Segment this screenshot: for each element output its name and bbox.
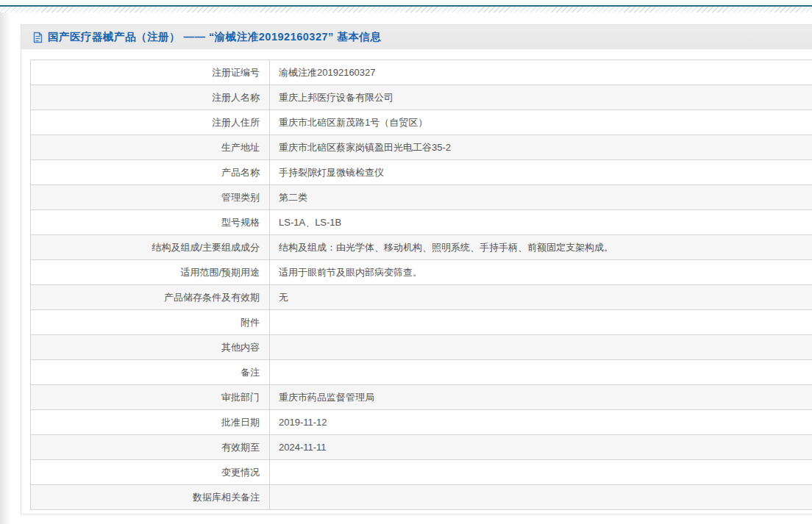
row-value: 2024-11-11 (270, 435, 812, 460)
table-row: 附件 (31, 310, 812, 335)
row-value (270, 460, 812, 485)
table-row: 管理类别 第二类 (31, 185, 812, 210)
table-row: 变更情况 (31, 460, 812, 485)
row-value: 重庆市药品监督管理局 (270, 385, 812, 410)
row-value (270, 360, 812, 385)
row-label: 结构及组成/主要组成成分 (31, 235, 270, 260)
row-label: 适用范围/预期用途 (31, 260, 270, 285)
row-label: 其他内容 (31, 335, 270, 360)
table-row: 产品名称 手持裂隙灯显微镜检查仪 (31, 160, 812, 185)
row-value: 结构及组成：由光学体、移动机构、照明系统、手持手柄、前额固定支架构成。 (270, 235, 812, 260)
row-value: 重庆市北碚区新茂路1号（自贸区） (270, 110, 812, 135)
table-row: 备注 (31, 360, 812, 385)
table-row: 审批部门 重庆市药品监督管理局 (31, 385, 812, 410)
row-label: 注册证编号 (31, 60, 270, 85)
row-label: 附件 (31, 310, 270, 335)
row-label: 注册人住所 (31, 110, 270, 135)
hatch-pattern-strip (0, 7, 812, 12)
row-label: 批准日期 (31, 410, 270, 435)
row-value (270, 335, 812, 360)
table-row: 产品储存条件及有效期 无 (31, 285, 812, 310)
registration-info-table: 注册证编号 渝械注准20192160327 注册人名称 重庆上邦医疗设备有限公司… (30, 60, 812, 510)
row-label: 产品储存条件及有效期 (31, 285, 270, 310)
row-label: 生产地址 (31, 135, 270, 160)
row-value: 2019-11-12 (270, 410, 812, 435)
row-value: 渝械注准20192160327 (270, 60, 812, 85)
table-row: 注册人住所 重庆市北碚区新茂路1号（自贸区） (31, 110, 812, 135)
row-value (270, 485, 812, 510)
row-label: 型号规格 (31, 210, 270, 235)
table-row: 注册证编号 渝械注准20192160327 (31, 60, 812, 85)
table-row: 数据库相关备注 (31, 485, 812, 510)
document-icon (32, 32, 43, 43)
registration-info-panel: 国产医疗器械产品（注册） —— “渝械注准20192160327” 基本信息 注… (21, 24, 812, 514)
row-value: 手持裂隙灯显微镜检查仪 (270, 160, 812, 185)
row-label: 产品名称 (31, 160, 270, 185)
row-label: 变更情况 (31, 460, 270, 485)
table-row: 型号规格 LS-1A、LS-1B (31, 210, 812, 235)
row-label: 数据库相关备注 (31, 485, 270, 510)
row-value: 适用于眼前节及眼内部病变筛查。 (270, 260, 812, 285)
row-value: LS-1A、LS-1B (270, 210, 812, 235)
row-label: 备注 (31, 360, 270, 385)
panel-header: 国产医疗器械产品（注册） —— “渝械注准20192160327” 基本信息 (21, 25, 812, 49)
page-title: 国产医疗器械产品（注册） —— “渝械注准20192160327” 基本信息 (48, 30, 381, 44)
row-value: 第二类 (270, 185, 812, 210)
row-value: 重庆市北碚区蔡家岗镇盈田光电工谷35-2 (270, 135, 812, 160)
row-label: 注册人名称 (31, 85, 270, 110)
table-row: 其他内容 (31, 335, 812, 360)
page-left-shadow (0, 12, 10, 524)
table-row: 注册人名称 重庆上邦医疗设备有限公司 (31, 85, 812, 110)
table-row: 有效期至 2024-11-11 (31, 435, 812, 460)
table-row: 生产地址 重庆市北碚区蔡家岗镇盈田光电工谷35-2 (31, 135, 812, 160)
row-label: 有效期至 (31, 435, 270, 460)
table-row: 结构及组成/主要组成成分 结构及组成：由光学体、移动机构、照明系统、手持手柄、前… (31, 235, 812, 260)
row-value (270, 310, 812, 335)
row-label: 审批部门 (31, 385, 270, 410)
row-label: 管理类别 (31, 185, 270, 210)
row-value: 无 (270, 285, 812, 310)
table-row: 适用范围/预期用途 适用于眼前节及眼内部病变筛查。 (31, 260, 812, 285)
table-row: 批准日期 2019-11-12 (31, 410, 812, 435)
row-value: 重庆上邦医疗设备有限公司 (270, 85, 812, 110)
